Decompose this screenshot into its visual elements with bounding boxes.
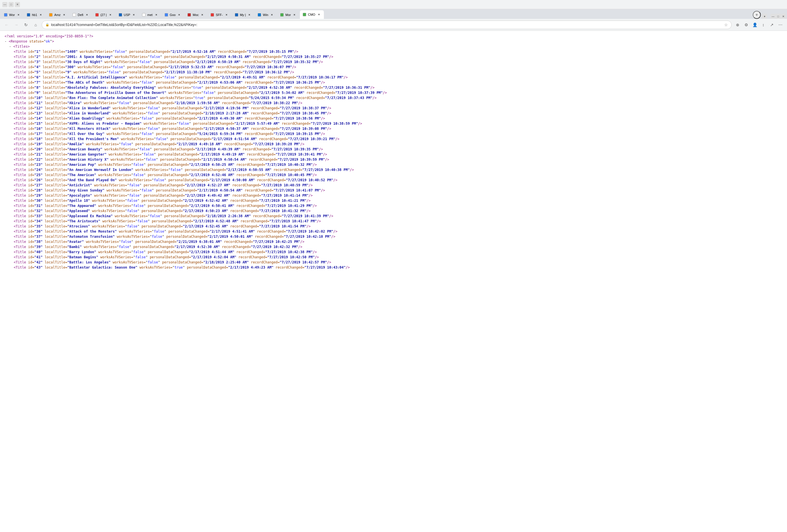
tab-tab-usp[interactable]: USP ✕ <box>116 11 139 19</box>
tab-favicon <box>4 13 7 17</box>
lock-icon: 🔒 <box>45 23 49 26</box>
xml-title-record: <Title id="1" localTitle="1408" worksAsT… <box>4 49 783 54</box>
tab-label: SFF- <box>216 13 222 17</box>
xml-title-record: <Title id="29" localTitle="Apocalypto" w… <box>4 193 783 198</box>
address-input[interactable] <box>51 23 723 27</box>
xml-title-record: <Title id="12" localTitle="Alice in Wond… <box>4 106 783 111</box>
share-button[interactable]: ↗ <box>768 21 775 28</box>
tab-close-button[interactable]: ✕ <box>177 13 181 17</box>
xml-title-record: <Title id="6" localTitle="A.I. Artificia… <box>4 75 783 80</box>
forward-button[interactable]: → <box>13 21 20 28</box>
xml-title-record: <Title id="36" localTitle="Attack of the… <box>4 229 783 234</box>
account-button[interactable]: 👤 <box>751 21 759 28</box>
tab-close-button[interactable]: ✕ <box>108 13 112 17</box>
tab-close-button[interactable]: ✕ <box>270 13 274 17</box>
tab-close-button[interactable]: ✕ <box>39 13 43 17</box>
close-button[interactable]: ✕ <box>15 2 20 7</box>
xml-title-record: <Title id="21" localTitle="American Gang… <box>4 152 783 157</box>
xml-title-record: <Title id="41" localTitle="Batman Begins… <box>4 255 783 260</box>
tab-favicon <box>280 13 284 17</box>
tab-tab-win[interactable]: Win ✕ <box>255 11 277 19</box>
window-close[interactable]: ✕ <box>781 14 786 19</box>
content-area: <?xml version="1.0" encoding="ISO-8859-1… <box>0 31 787 532</box>
xml-title-record: <Title id="37" localTitle="Automaton Tra… <box>4 234 783 239</box>
reload-button[interactable]: ↻ <box>22 21 30 28</box>
bookmark-icon[interactable]: ☆ <box>724 23 728 27</box>
toolbar-right-buttons: ⊕ ⚙ 👤 ↕ ↗ ⋯ <box>734 21 784 28</box>
tab-favicon <box>235 13 238 17</box>
tab-close-button[interactable]: ✕ <box>293 13 297 17</box>
address-bar-container[interactable]: 🔒 ☆ <box>42 21 732 29</box>
xml-title-record: <Title id="5" localTitle="9" worksAsTVSe… <box>4 70 783 75</box>
tab-tab-cmd[interactable]: CMO ✕ <box>300 10 324 19</box>
xml-declaration: <?xml version="1.0" encoding="ISO-8859-1… <box>4 34 783 39</box>
tab-tab-defi[interactable]: Defi ✕ <box>70 11 92 19</box>
tab-label: hb1 <box>32 13 37 17</box>
minimize-button[interactable]: — <box>2 2 7 7</box>
tab-close-button[interactable]: ✕ <box>200 13 204 17</box>
xml-title-record: <Title id="25" localTitle="The American"… <box>4 172 783 177</box>
xml-title-record: <Title id="27" localTitle="Antichrist" w… <box>4 183 783 188</box>
tab-tab-sff[interactable]: SFF- ✕ <box>208 11 231 19</box>
tab-favicon <box>95 13 99 17</box>
tab-close-button[interactable]: ✕ <box>248 13 251 17</box>
xml-title-record: <Title id="9" localTitle="The Adventures… <box>4 90 783 95</box>
window-minimize[interactable]: — <box>770 14 775 19</box>
title-bar-controls: — □ ✕ <box>2 2 20 7</box>
tab-favicon <box>165 13 168 17</box>
tab-list-button[interactable]: ▾ <box>762 14 767 19</box>
tab-tab-mor[interactable]: Mor ✕ <box>277 11 299 19</box>
tab-close-button[interactable]: ✕ <box>317 13 321 17</box>
tab-tab-amz[interactable]: Amz ✕ <box>46 11 69 19</box>
new-tab-button[interactable]: + <box>753 11 761 19</box>
xml-title-record: <Title id="24" localTitle="An American W… <box>4 167 783 172</box>
xml-title-record: <Title id="10" localTitle="Æon Flux: The… <box>4 95 783 101</box>
extensions-button[interactable]: ⚙ <box>743 21 750 28</box>
xml-title-record: <Title id="11" localTitle="Akira" worksA… <box>4 101 783 106</box>
xml-title-record: <Title id="22" localTitle="American Hist… <box>4 157 783 162</box>
response-open: - <Response status="ok"> <box>4 39 783 44</box>
more-button[interactable]: ⋯ <box>777 21 784 28</box>
bookmark-manager-button[interactable]: ⊕ <box>734 21 741 28</box>
tab-favicon <box>303 13 306 16</box>
xml-title-record: <Title id="38" localTitle="Avatar" works… <box>4 239 783 244</box>
tab-tab-met[interactable]: met ✕ <box>139 11 161 19</box>
xml-title-record: <Title id="20" localTitle="American Beau… <box>4 147 783 152</box>
tab-close-button[interactable]: ✕ <box>17 13 21 17</box>
tab-label: Amz <box>54 13 61 17</box>
tab-label: Defi <box>78 13 83 17</box>
tab-tab-moc[interactable]: Moc ✕ <box>185 11 207 19</box>
xml-title-record: <Title id="26" localTitle="And the Band … <box>4 177 783 183</box>
tab-close-button[interactable]: ✕ <box>132 13 136 17</box>
tab-label: My | <box>240 13 246 17</box>
tab-tab-goo[interactable]: Goo ✕ <box>162 11 184 19</box>
tabs-bar: Wor ✕ hb1 ✕ Amz ✕ Defi ✕ (27 | ✕ USP ✕ m… <box>0 9 787 19</box>
tab-favicon <box>119 13 122 17</box>
back-button[interactable]: ← <box>3 21 10 28</box>
sync-button[interactable]: ↕ <box>760 21 767 28</box>
tab-label: Mor <box>285 13 291 17</box>
home-button[interactable]: ⌂ <box>32 21 39 28</box>
tab-favicon <box>188 13 191 17</box>
tab-label: Win <box>263 13 268 17</box>
xml-title-record: <Title id="28" localTitle="Any Given Sun… <box>4 188 783 193</box>
tab-label: met <box>147 13 152 17</box>
tab-close-button[interactable]: ✕ <box>62 13 66 17</box>
tab-favicon <box>258 13 261 17</box>
tab-close-button[interactable]: ✕ <box>225 13 229 17</box>
tab-close-button[interactable]: ✕ <box>85 13 89 17</box>
tab-tab-myl[interactable]: My | ✕ <box>232 11 255 19</box>
maximize-button[interactable]: □ <box>8 2 14 7</box>
window-maximize[interactable]: □ <box>775 14 781 19</box>
tab-favicon <box>27 13 30 17</box>
tab-tab-27[interactable]: (27 | ✕ <box>92 11 115 19</box>
tab-tab-hb1[interactable]: hb1 ✕ <box>24 11 46 19</box>
xml-content: <?xml version="1.0" encoding="ISO-8859-1… <box>0 31 787 532</box>
xml-title-record: <Title id="33" localTitle="Appleseed Ex … <box>4 213 783 219</box>
tab-favicon <box>49 13 52 17</box>
tab-favicon <box>72 13 76 17</box>
tab-tab-wor[interactable]: Wor ✕ <box>1 11 23 19</box>
tab-close-button[interactable]: ✕ <box>154 13 158 17</box>
tab-label: (27 | <box>101 13 107 17</box>
tab-label: Wor <box>9 13 15 17</box>
